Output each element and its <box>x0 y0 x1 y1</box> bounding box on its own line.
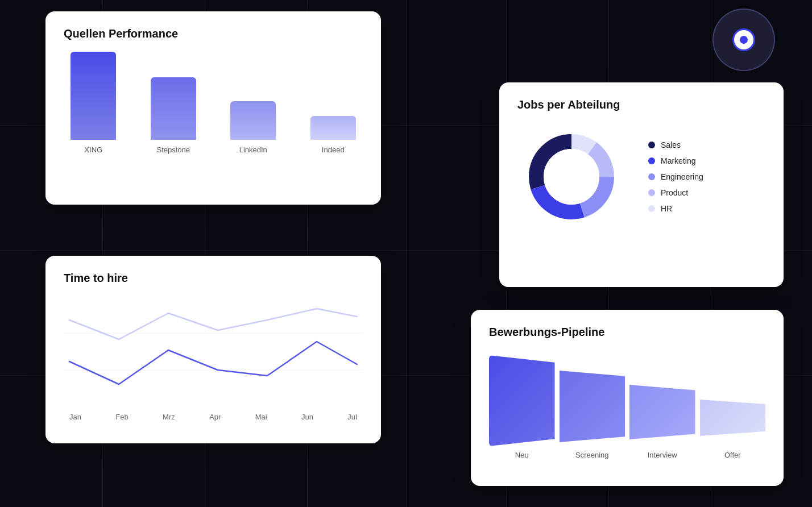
time-line-chart: Jan Feb Mrz Apr Mai Jun Jul <box>64 296 363 427</box>
time-to-hire-card: Time to hire Jan Feb Mrz Apr Mai Jun Jul <box>45 256 381 443</box>
x-label-mai: Mai <box>255 413 267 421</box>
x-label-apr: Apr <box>209 413 221 421</box>
jobs-legend: Sales Marketing Engineering Product HR <box>648 140 703 213</box>
x-label-jul: Jul <box>347 413 357 421</box>
legend-marketing: Marketing <box>648 156 703 165</box>
bar-group-xing: XING <box>64 52 123 154</box>
x-label-mrz: Mrz <box>163 413 175 421</box>
bar-stepstone <box>151 77 196 140</box>
quellen-title: Quellen Performance <box>64 27 363 40</box>
legend-label-sales: Sales <box>661 140 681 149</box>
jobs-per-abteilung-card: Jobs per Abteilung <box>499 82 784 287</box>
quellen-performance-card: Quellen Performance XING Stepstone Linke… <box>45 11 381 205</box>
bar-label-indeed: Indeed <box>322 146 345 154</box>
funnel-stage-interview: Interview <box>629 378 695 459</box>
legend-sales: Sales <box>648 140 703 149</box>
legend-hr: HR <box>648 204 703 213</box>
legend-dot-hr <box>648 205 655 212</box>
bar-group-stepstone: Stepstone <box>144 77 204 154</box>
bar-group-indeed: Indeed <box>304 116 363 154</box>
funnel-bar-offer <box>700 389 766 446</box>
legend-product: Product <box>648 188 703 197</box>
pipeline-card: Bewerbungs-Pipeline Neu Screening Interv… <box>471 310 784 486</box>
x-label-jun: Jun <box>301 413 313 421</box>
time-x-labels: Jan Feb Mrz Apr Mai Jun Jul <box>64 413 363 421</box>
legend-dot-marketing <box>648 157 655 164</box>
jobs-title: Jobs per Abteilung <box>517 98 765 111</box>
funnel-label-interview: Interview <box>648 451 677 459</box>
funnel-stage-offer: Offer <box>700 389 766 459</box>
quellen-bar-chart: XING Stepstone LinkedIn Indeed <box>64 52 363 171</box>
legend-dot-product <box>648 189 655 196</box>
bar-label-linkedin: LinkedIn <box>239 146 267 154</box>
funnel-stage-neu: Neu <box>489 355 555 459</box>
donut-chart <box>517 123 625 231</box>
x-label-jan: Jan <box>69 413 81 421</box>
legend-label-engineering: Engineering <box>661 172 703 181</box>
bar-xing <box>71 52 116 140</box>
time-title: Time to hire <box>64 272 363 285</box>
pipeline-title: Bewerbungs-Pipeline <box>489 326 765 339</box>
bar-label-xing: XING <box>84 146 102 154</box>
funnel-stage-screening: Screening <box>560 367 625 459</box>
funnel-label-offer: Offer <box>724 451 741 459</box>
funnel-bar-neu <box>489 355 555 446</box>
bar-indeed <box>310 116 356 140</box>
bar-group-linkedin: LinkedIn <box>223 101 283 154</box>
target-icon <box>712 9 775 71</box>
legend-label-hr: HR <box>661 204 672 213</box>
jobs-donut-section: Sales Marketing Engineering Product HR <box>517 123 765 231</box>
bar-label-stepstone: Stepstone <box>156 146 190 154</box>
svg-point-13 <box>544 149 599 205</box>
legend-label-marketing: Marketing <box>661 156 695 165</box>
funnel-bar-screening <box>560 367 625 446</box>
funnel-bar-interview <box>629 378 695 446</box>
legend-dot-engineering <box>648 173 655 180</box>
funnel-label-screening: Screening <box>575 451 609 459</box>
x-label-feb: Feb <box>115 413 128 421</box>
legend-engineering: Engineering <box>648 172 703 181</box>
legend-label-product: Product <box>661 188 688 197</box>
bar-linkedin <box>230 101 276 140</box>
funnel-label-neu: Neu <box>515 451 529 459</box>
legend-dot-sales <box>648 142 655 148</box>
